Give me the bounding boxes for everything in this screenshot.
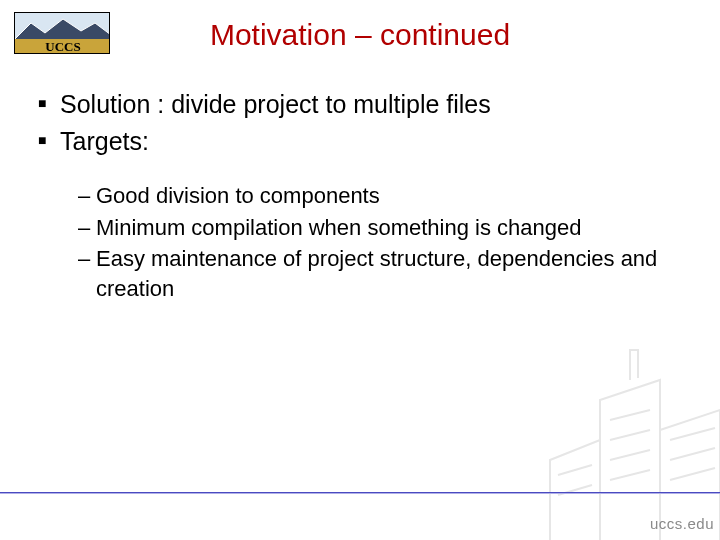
- square-bullet-icon: ■: [38, 88, 60, 118]
- footer-rule: [0, 492, 720, 494]
- sub-bullet-text: Good division to components: [96, 181, 680, 211]
- svg-line-7: [670, 448, 715, 460]
- svg-line-3: [610, 430, 650, 440]
- svg-line-6: [670, 428, 715, 440]
- svg-line-5: [610, 470, 650, 480]
- footer-url: uccs.edu: [650, 515, 714, 532]
- dash-bullet-icon: –: [78, 244, 96, 274]
- sub-bullet-text: Minimum compilation when something is ch…: [96, 213, 680, 243]
- dash-bullet-icon: –: [78, 213, 96, 243]
- sub-bullet-item: – Easy maintenance of project structure,…: [78, 244, 680, 303]
- svg-line-9: [558, 465, 592, 475]
- svg-line-8: [670, 468, 715, 480]
- sub-bullet-item: – Minimum compilation when something is …: [78, 213, 680, 243]
- sub-bullet-list: – Good division to components – Minimum …: [78, 181, 680, 304]
- bullet-text: Targets:: [60, 125, 680, 158]
- square-bullet-icon: ■: [38, 125, 60, 155]
- slide-body: ■ Solution : divide project to multiple …: [38, 88, 680, 306]
- slide: UCCS Motivation – continued ■ Solution :…: [0, 0, 720, 540]
- slide-title: Motivation – continued: [0, 18, 720, 52]
- bullet-text: Solution : divide project to multiple fi…: [60, 88, 680, 121]
- svg-line-4: [610, 450, 650, 460]
- bullet-item: ■ Solution : divide project to multiple …: [38, 88, 680, 121]
- sub-bullet-item: – Good division to components: [78, 181, 680, 211]
- bullet-item: ■ Targets:: [38, 125, 680, 158]
- building-watermark-icon: [520, 340, 720, 540]
- svg-line-2: [610, 410, 650, 420]
- sub-bullet-text: Easy maintenance of project structure, d…: [96, 244, 680, 303]
- dash-bullet-icon: –: [78, 181, 96, 211]
